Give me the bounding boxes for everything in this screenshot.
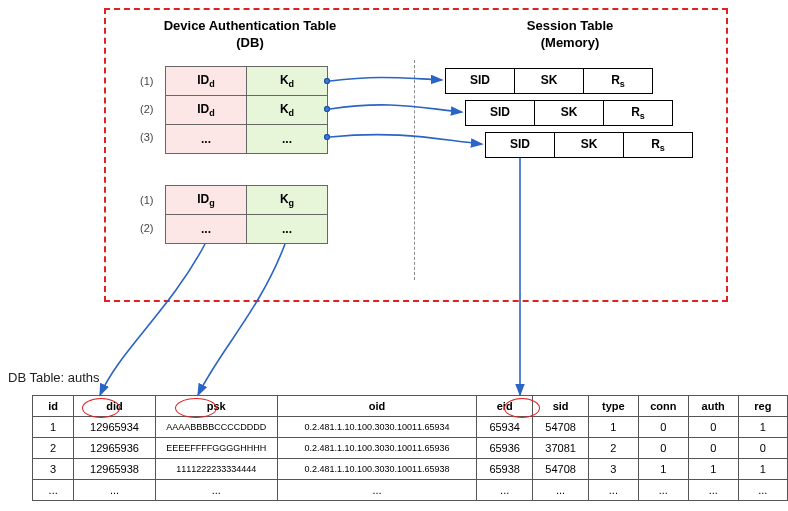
- th-type: type: [589, 396, 639, 417]
- session-row: SID SK Rs: [465, 100, 673, 126]
- cell-id: IDd: [166, 96, 247, 125]
- row-label-g2: (2): [140, 222, 153, 234]
- table-row: 2 12965936 EEEEFFFFGGGGHHHH 0.2.481.1.10…: [33, 438, 788, 459]
- session-row: SID SK Rs: [445, 68, 653, 94]
- th-sid: sid: [533, 396, 589, 417]
- th-id: id: [33, 396, 74, 417]
- auths-table: id did psk oid eid sid type conn auth re…: [32, 395, 788, 501]
- session-table-title: Session Table (Memory): [460, 18, 680, 52]
- sess-cell-sk: SK: [515, 68, 584, 94]
- sess-title-line2: (Memory): [541, 35, 600, 50]
- th-psk: psk: [155, 396, 277, 417]
- table-row: ... ...: [166, 125, 328, 154]
- cell-id: IDd: [166, 67, 247, 96]
- auth-title-line1: Device Authentication Table: [164, 18, 337, 33]
- sess-cell-rs: Rs: [584, 68, 653, 94]
- db-table-label: DB Table: auths: [8, 370, 100, 385]
- cell-id: IDg: [166, 186, 247, 215]
- table-row: ... ... ... ... ... ... ... ... ... ...: [33, 480, 788, 501]
- sess-cell-rs: Rs: [604, 100, 673, 126]
- sess-cell-rs: Rs: [624, 132, 693, 158]
- sess-cell-sid: SID: [465, 100, 535, 126]
- cell-k: Kd: [247, 67, 328, 96]
- cell-k: Kg: [247, 186, 328, 215]
- th-eid: eid: [477, 396, 533, 417]
- cell-id: ...: [166, 215, 247, 244]
- th-auth: auth: [688, 396, 738, 417]
- cell-k: ...: [247, 125, 328, 154]
- auth-table-d: IDd Kd IDd Kd ... ...: [165, 66, 328, 154]
- table-row: IDd Kd: [166, 96, 328, 125]
- row-label-d3: (3): [140, 131, 153, 143]
- cell-id: ...: [166, 125, 247, 154]
- table-row: IDd Kd: [166, 67, 328, 96]
- th-reg: reg: [738, 396, 787, 417]
- sess-cell-sid: SID: [485, 132, 555, 158]
- auth-title-line2: (DB): [236, 35, 263, 50]
- th-oid: oid: [277, 396, 476, 417]
- connector-dot: [324, 134, 330, 140]
- auth-table-g: IDg Kg ... ...: [165, 185, 328, 244]
- row-label-d1: (1): [140, 75, 153, 87]
- table-row: 3 12965938 1111222233334444 0.2.481.1.10…: [33, 459, 788, 480]
- vertical-separator: [414, 60, 415, 280]
- row-label-g1: (1): [140, 194, 153, 206]
- th-conn: conn: [638, 396, 688, 417]
- cell-k: ...: [247, 215, 328, 244]
- sess-cell-sk: SK: [555, 132, 624, 158]
- table-row: 1 12965934 AAAABBBBCCCCDDDD 0.2.481.1.10…: [33, 417, 788, 438]
- table-header-row: id did psk oid eid sid type conn auth re…: [33, 396, 788, 417]
- table-row: IDg Kg: [166, 186, 328, 215]
- auth-table-title: Device Authentication Table (DB): [130, 18, 370, 52]
- connector-dot: [324, 106, 330, 112]
- cell-k: Kd: [247, 96, 328, 125]
- sess-title-line1: Session Table: [527, 18, 613, 33]
- table-row: ... ...: [166, 215, 328, 244]
- th-did: did: [74, 396, 155, 417]
- sess-cell-sid: SID: [445, 68, 515, 94]
- session-row: SID SK Rs: [485, 132, 693, 158]
- sess-cell-sk: SK: [535, 100, 604, 126]
- row-label-d2: (2): [140, 103, 153, 115]
- connector-dot: [324, 78, 330, 84]
